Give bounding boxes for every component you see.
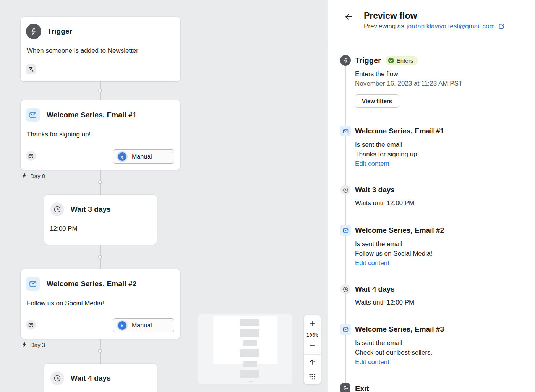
- email2-card[interactable]: Welcome Series, Email #2 Follow us on So…: [21, 269, 180, 339]
- flow-builder-app: Trigger When someone is added to Newslet…: [0, 0, 535, 392]
- email-icon: [340, 225, 351, 236]
- timeline-item-line: Is sent the email: [355, 140, 524, 149]
- zoom-controls: 100%: [304, 315, 321, 384]
- trigger-filter-chip[interactable]: [26, 64, 36, 74]
- lightning-icon: [26, 24, 41, 39]
- timeline-item-title: Trigger: [355, 56, 381, 65]
- timeline-item-exit: Exit: [340, 383, 524, 392]
- day0-label: Day 0: [21, 173, 45, 179]
- timeline-item-wait3: Wait 3 days Waits until 12:00 PM: [340, 185, 524, 208]
- email2-card-title: Welcome Series, Email #2: [47, 280, 136, 288]
- manual-button-label: Manual: [132, 322, 152, 329]
- connector-dot[interactable]: [98, 180, 102, 184]
- filter-person-icon: [28, 66, 34, 73]
- divider: [304, 354, 321, 355]
- wait4-card[interactable]: Wait 4 days: [44, 364, 157, 392]
- timeline-item-timestamp: November 16, 2023 at 11:23 AM PST: [355, 79, 524, 88]
- timeline-item-title: Wait 4 days: [355, 285, 395, 293]
- email1-card-title: Welcome Series, Email #1: [47, 111, 136, 119]
- timeline-item-title: Welcome Series, Email #1: [355, 127, 444, 135]
- timeline-item-wait4: Wait 4 days Waits until 12:00 PM: [340, 284, 524, 307]
- edit-content-link[interactable]: Edit content: [355, 357, 389, 367]
- timeline-item-email2: Welcome Series, Email #2 Is sent the ema…: [340, 225, 524, 268]
- view-filters-button[interactable]: View filters: [355, 94, 399, 108]
- clock-icon: [340, 284, 350, 294]
- lightning-icon: [21, 342, 27, 348]
- timeline-item-trigger: Trigger Enters Enters the flow November …: [340, 55, 524, 108]
- connector-dot[interactable]: [98, 89, 102, 92]
- email-check-icon: [28, 153, 34, 159]
- timeline-item-line: Enters the flow: [355, 69, 524, 79]
- external-link-icon[interactable]: [498, 23, 505, 30]
- panel-title: Preview flow: [364, 11, 417, 21]
- email-check-icon: [28, 322, 34, 328]
- email-icon: [26, 108, 40, 122]
- timeline-item-line: Is sent the email: [355, 338, 524, 348]
- preview-profile-link[interactable]: jordan.klaviyo.test@gmail.com: [407, 23, 495, 30]
- timeline-item-email3: Welcome Series, Email #3 Is sent the ema…: [340, 324, 524, 367]
- clock-icon: [340, 185, 350, 195]
- email-icon: [340, 324, 351, 335]
- email2-manual-button[interactable]: Manual: [113, 318, 174, 332]
- lightning-icon: [340, 55, 351, 66]
- clock-icon: [50, 371, 64, 385]
- timeline-item-title: Welcome Series, Email #2: [355, 226, 444, 235]
- email2-card-description: Follow us on Social Media!: [21, 300, 180, 307]
- previewing-as: Previewing as jordan.klaviyo.test@gmail.…: [364, 23, 505, 30]
- connector-dot[interactable]: [98, 255, 102, 259]
- wait3-card[interactable]: Wait 3 days 12:00 PM: [44, 195, 157, 245]
- email-icon: [340, 126, 351, 136]
- exit-icon: [340, 383, 350, 392]
- timeline-item-line: Waits until 12:00 PM: [355, 198, 524, 208]
- email1-card[interactable]: Welcome Series, Email #1 Thanks for sign…: [21, 100, 180, 170]
- lightning-icon: [21, 173, 27, 179]
- back-button[interactable]: [344, 12, 353, 22]
- preview-flow-panel: Preview flow Previewing as jordan.klaviy…: [328, 0, 535, 392]
- cursor-icon: [118, 321, 126, 330]
- timeline-item-line: Thanks for signing up!: [355, 149, 524, 159]
- edit-content-link[interactable]: Edit content: [355, 159, 389, 168]
- wait3-card-time: 12:00 PM: [44, 225, 157, 233]
- minimap[interactable]: [198, 314, 292, 384]
- timeline-item-email1: Welcome Series, Email #1 Is sent the ema…: [340, 126, 524, 168]
- trigger-card-description: When someone is added to Newsletter: [21, 47, 180, 55]
- timeline-item-title: Welcome Series, Email #3: [355, 325, 444, 334]
- clock-icon: [50, 202, 64, 216]
- trigger-card[interactable]: Trigger When someone is added to Newslet…: [21, 17, 180, 81]
- day3-label: Day 3: [21, 342, 45, 348]
- panel-header: Preview flow Previewing as jordan.klaviy…: [328, 0, 535, 43]
- edit-content-link[interactable]: Edit content: [355, 258, 389, 268]
- timeline-item-line: Follow us on Social Media!: [355, 249, 524, 258]
- zoom-out-button[interactable]: [304, 340, 321, 352]
- flow-canvas[interactable]: Trigger When someone is added to Newslet…: [0, 0, 328, 392]
- email-status-chip[interactable]: [26, 320, 36, 330]
- scroll-to-top-button[interactable]: [304, 356, 321, 368]
- timeline-item-title: Exit: [355, 384, 369, 392]
- wait4-card-title: Wait 4 days: [71, 374, 111, 382]
- connector-dot[interactable]: [98, 349, 102, 353]
- wait3-card-title: Wait 3 days: [71, 205, 111, 214]
- cursor-icon: [118, 152, 126, 161]
- timeline-item-title: Wait 3 days: [355, 186, 395, 194]
- zoom-level: 100%: [306, 330, 318, 340]
- zoom-in-button[interactable]: [304, 317, 321, 330]
- check-circle-icon: [388, 57, 394, 64]
- timeline-item-line: Check out our best-sellers.: [355, 348, 524, 357]
- enters-badge: Enters: [386, 56, 418, 65]
- email1-card-description: Thanks for signing up!: [21, 131, 180, 138]
- trigger-card-title: Trigger: [47, 27, 72, 36]
- email-icon: [26, 277, 40, 291]
- manual-button-label: Manual: [132, 153, 152, 160]
- email1-manual-button[interactable]: Manual: [113, 149, 174, 164]
- timeline-item-line: Waits until 12:00 PM: [355, 298, 524, 307]
- email-status-chip[interactable]: [26, 151, 36, 161]
- timeline-item-line: Is sent the email: [355, 239, 524, 249]
- grid-view-button[interactable]: [304, 371, 321, 383]
